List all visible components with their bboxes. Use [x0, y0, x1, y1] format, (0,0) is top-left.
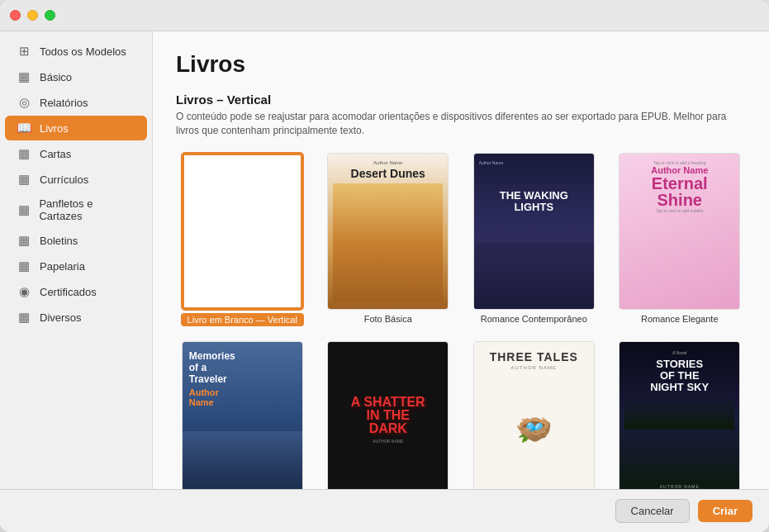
sidebar-item-curriculos[interactable]: ▦ Currículos	[5, 167, 147, 192]
blank-template-preview	[184, 155, 301, 307]
template-thumb-night: A Novel STORIESOF THENIGHT SKY AUTHOR NA…	[619, 341, 740, 489]
maximize-button[interactable]	[45, 10, 55, 21]
stationery-icon: ▦	[17, 259, 31, 273]
template-thumb-memories: Memoriesof aTraveler AuthorName	[182, 341, 303, 489]
grid-icon: ⊞	[17, 44, 31, 59]
eternal-tap2: Tap or click to add subtitle	[656, 208, 704, 213]
sidebar-label-papelaria: Papelaria	[40, 260, 85, 273]
city-bg	[474, 243, 594, 309]
nest-image: 🪺	[515, 370, 553, 489]
template-three-tales[interactable]: THREE TALES AUTHOR NAME 🪺 Romance Simple…	[468, 341, 600, 489]
template-grid: Livro em Branco — Vertical Author Name D…	[176, 153, 746, 489]
shatter-title: A SHATTERIN THEDARK	[351, 396, 425, 435]
bottom-bar: Cancelar Criar	[0, 489, 769, 532]
waking-label: Romance Contemporâneo	[481, 314, 587, 324]
sidebar-label-cartas: Cartas	[40, 148, 71, 160]
waking-author: Author Name	[479, 160, 503, 165]
sidebar-label-boletins: Boletins	[40, 235, 78, 247]
sidebar-label-certificados: Certificados	[40, 286, 97, 298]
sidebar-item-certificados[interactable]: ◉ Certificados	[5, 279, 147, 304]
memories-title: Memoriesof aTraveler	[189, 350, 296, 386]
page-title: Livros	[176, 51, 746, 78]
mountain-bg	[183, 431, 302, 489]
template-shatter[interactable]: A SHATTERIN THEDARK AUTHOR NAME Romance …	[322, 341, 455, 489]
basic-icon: ▦	[17, 69, 31, 84]
cancel-button[interactable]: Cancelar	[615, 499, 690, 523]
books-icon: 📖	[17, 121, 31, 135]
desert-image	[333, 183, 443, 302]
sidebar-label-curriculos: Currículos	[40, 173, 88, 186]
letters-icon: ▦	[17, 146, 31, 161]
template-thumb-desert: Author Name Desert Dunes	[327, 153, 449, 310]
three-preview: THREE TALES AUTHOR NAME 🪺	[474, 342, 594, 489]
template-thumb-three: THREE TALES AUTHOR NAME 🪺	[473, 341, 595, 489]
sidebar-item-todos[interactable]: ⊞ Todos os Modelos	[5, 39, 147, 64]
flyers-icon: ▦	[17, 202, 31, 217]
sidebar-item-basico[interactable]: ▦ Básico	[5, 64, 147, 89]
night-novel: A Novel	[672, 350, 686, 355]
resume-icon: ▦	[17, 172, 31, 187]
sidebar-label-livros: Livros	[40, 122, 69, 135]
desert-title: Desert Dunes	[351, 167, 425, 180]
main-content: Livros Livros – Vertical O conteúdo pode…	[153, 31, 769, 489]
minimize-button[interactable]	[27, 10, 38, 21]
sidebar-label-todos: Todos os Modelos	[40, 45, 126, 58]
sidebar-item-panfletos[interactable]: ▦ Panfletos e Cartazes	[5, 192, 147, 227]
sidebar-item-boletins[interactable]: ▦ Boletins	[5, 228, 147, 253]
memories-preview: Memoriesof aTraveler AuthorName	[183, 342, 302, 489]
sidebar-item-diversos[interactable]: ▦ Diversos	[5, 305, 147, 330]
waking-preview: Author Name THE WAKING LIGHTS	[474, 154, 594, 309]
desert-label: Foto Básica	[364, 314, 412, 324]
section-desc: O conteúdo pode se reajustar para acomod…	[176, 110, 738, 138]
template-thumb-waking: Author Name THE WAKING LIGHTS	[473, 153, 595, 310]
sidebar-label-relatorios: Relatórios	[40, 97, 88, 109]
sidebar-item-relatorios[interactable]: ◎ Relatórios	[5, 90, 147, 115]
sidebar-item-livros[interactable]: 📖 Livros	[5, 116, 147, 140]
tree-line	[624, 397, 734, 430]
content-area: ⊞ Todos os Modelos ▦ Básico ◎ Relatórios…	[0, 31, 769, 489]
night-author: AUTHOR NAME	[660, 484, 700, 489]
template-waking-lights[interactable]: Author Name THE WAKING LIGHTS Romance Co…	[468, 153, 600, 326]
app-window: ⊞ Todos os Modelos ▦ Básico ◎ Relatórios…	[0, 0, 769, 532]
sidebar-label-diversos: Diversos	[40, 311, 82, 324]
template-blank[interactable]: Livro em Branco — Vertical	[176, 153, 309, 326]
shatter-author: AUTHOR NAME	[373, 439, 403, 444]
template-thumb-blank	[182, 153, 303, 310]
template-desert-dunes[interactable]: Author Name Desert Dunes Foto Básica	[322, 153, 455, 326]
eternal-title: EternalShine	[652, 175, 708, 208]
sidebar-label-basico: Básico	[40, 71, 72, 83]
sidebar-item-papelaria[interactable]: ▦ Papelaria	[5, 254, 147, 278]
template-night-sky[interactable]: A Novel STORIESOF THENIGHT SKY AUTHOR NA…	[614, 341, 747, 489]
waking-title: THE WAKING LIGHTS	[479, 190, 589, 214]
section-title: Livros – Vertical	[176, 93, 746, 107]
template-eternal-shine[interactable]: Tap or click to add a heading Author Nam…	[614, 153, 747, 326]
certificates-icon: ◉	[17, 284, 31, 299]
template-thumb-eternal: Tap or click to add a heading Author Nam…	[619, 153, 740, 310]
night-preview: A Novel STORIESOF THENIGHT SKY AUTHOR NA…	[619, 342, 739, 489]
sidebar: ⊞ Todos os Modelos ▦ Básico ◎ Relatórios…	[0, 31, 153, 489]
template-thumb-shatter: A SHATTERIN THEDARK AUTHOR NAME	[327, 341, 449, 489]
desert-preview: Author Name Desert Dunes	[328, 154, 448, 309]
eternal-author: Author Name	[651, 165, 708, 175]
selected-label: Livro em Branco — Vertical	[181, 313, 304, 326]
night-title: STORIESOF THENIGHT SKY	[650, 359, 709, 394]
sidebar-label-panfletos: Panfletos e Cartazes	[39, 197, 135, 222]
create-button[interactable]: Criar	[698, 500, 752, 522]
reports-icon: ◎	[17, 95, 31, 110]
eternal-preview: Tap or click to add a heading Author Nam…	[619, 154, 739, 309]
eternal-label: Romance Elegante	[641, 314, 719, 324]
shatter-preview: A SHATTERIN THEDARK AUTHOR NAME	[328, 342, 448, 489]
newsletters-icon: ▦	[17, 233, 31, 248]
close-button[interactable]	[10, 10, 21, 21]
title-bar	[0, 0, 769, 31]
desert-author: Author Name	[373, 160, 402, 165]
template-memories[interactable]: Memoriesof aTraveler AuthorName Romance …	[176, 341, 309, 489]
memories-author: AuthorName	[189, 387, 296, 407]
sidebar-item-cartas[interactable]: ▦ Cartas	[5, 141, 147, 166]
misc-icon: ▦	[17, 310, 31, 325]
three-title: THREE TALES	[490, 350, 578, 363]
